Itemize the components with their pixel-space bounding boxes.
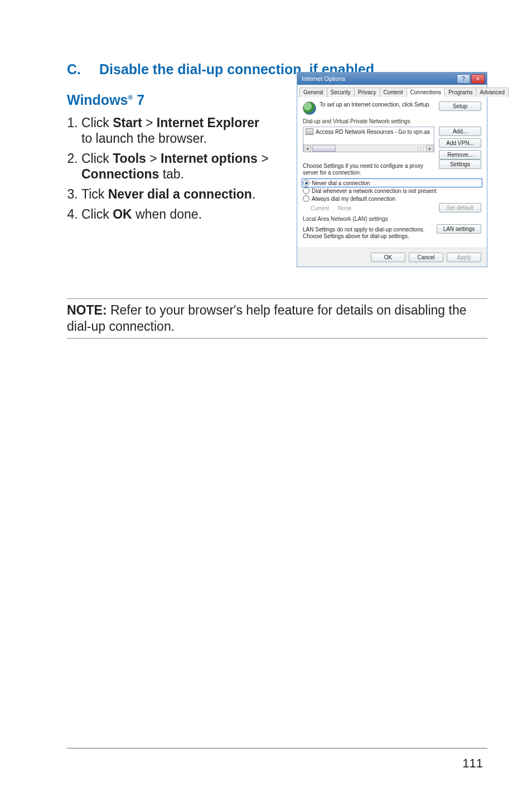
step-2-sep2: > [258,151,269,166]
subheading-prefix: Windows [67,92,128,108]
tab-programs[interactable]: Programs [444,88,476,97]
current-value: None [338,205,351,211]
cancel-button[interactable]: Cancel [409,253,443,262]
tab-security[interactable]: Security [327,88,355,97]
step-4-ok: OK [113,207,132,221]
tab-connections[interactable]: Connections [407,88,446,97]
note-label: NOTE: [67,303,107,317]
subheading-suffix: 7 [133,92,144,108]
horizontal-scrollbar[interactable]: ◂ │││ ▸ [303,144,434,152]
help-button[interactable]: ? [457,74,470,84]
step-3-text: Tick [81,187,108,201]
step-2-sep1: > [146,151,161,166]
lan-settings-button[interactable]: LAN settings [437,224,481,234]
dialog-title: Internet Options [302,75,345,82]
scroll-grip-icon: │││ [417,146,425,151]
tab-content[interactable]: Content [380,88,407,97]
set-default-button: Set default [439,203,481,212]
step-3-never: Never dial a connection [108,187,252,201]
note-block: NOTE: Refer to your browser's help featu… [67,298,487,339]
radio-whenever-label: Dial whenever a network connection is no… [312,188,436,194]
apply-button: Apply [447,253,481,262]
close-button[interactable]: × [471,74,485,84]
proxy-text: Choose Settings if you need to configure… [303,163,434,176]
step-4: Click OK when done. [81,206,287,222]
step-1: Click Start > Internet Explorer to launc… [81,115,287,146]
step-3: Tick Never dial a connection. [81,186,287,202]
radio-icon [303,187,309,194]
step-4-text: Click [81,207,113,221]
current-label: Current [311,205,329,211]
step-2: Click Tools > Internet options > Connect… [81,151,287,182]
list-item[interactable]: Access RD Network Resources - Go to vpn.… [303,127,434,136]
radio-icon [303,180,309,186]
add-button[interactable]: Add... [439,127,481,136]
radio-icon [303,195,309,202]
page-number: 111 [462,756,483,771]
tab-privacy[interactable]: Privacy [354,88,380,97]
step-2-tab: tab. [159,167,184,181]
footer-rule [67,748,487,748]
scroll-left-icon[interactable]: ◂ [303,144,311,152]
tab-advanced[interactable]: Advanced [476,88,508,97]
scroll-right-icon[interactable]: ▸ [426,144,434,152]
step-2-text: Click [81,151,113,166]
add-vpn-button[interactable]: Add VPN... [439,138,481,148]
dialup-section-title: Dial-up and Virtual Private Network sett… [303,118,481,124]
step-1-start: Start [113,115,142,130]
lan-section-title: Local Area Network (LAN) settings [303,216,481,222]
ok-button[interactable]: OK [371,253,405,262]
os-subheading: Windows® 7 [67,92,287,108]
step-2-tools: Tools [113,151,146,166]
note-text: Refer to your browser's help feature for… [67,303,466,334]
lan-text: LAN Settings do not apply to dial-up con… [303,226,432,240]
steps-list: Click Start > Internet Explorer to launc… [67,115,287,222]
step-1-text: Click [81,115,113,130]
step-2-options: Internet options [161,151,258,166]
step-1-ie: Internet Explorer [157,115,259,130]
settings-button[interactable]: Settings [439,160,481,169]
dialog-button-bar: OK Cancel Apply [297,248,487,267]
radio-always-label: Always dial my default connection [312,196,395,202]
step-4-tail: when done. [132,207,202,221]
section-letter: C. [67,61,99,78]
setup-button[interactable]: Setup [439,102,481,111]
radio-never-dial[interactable]: Never dial a connection [303,180,481,186]
globe-icon [303,102,316,115]
radio-always-dial[interactable]: Always dial my default connection [303,195,481,202]
tab-strip: General Security Privacy Content Connect… [297,85,487,97]
scroll-thumb[interactable] [312,145,336,152]
radio-never-label: Never dial a connection [312,180,370,186]
tab-general[interactable]: General [299,88,327,97]
step-3-dot: . [252,187,255,201]
remove-button[interactable]: Remove... [439,150,481,160]
list-item-label: Access RD Network Resources - Go to vpn.… [316,129,430,135]
dialog-titlebar: Internet Options ? × [297,73,487,85]
step-1-sep: > [142,115,157,130]
connections-listbox[interactable]: Access RD Network Resources - Go to vpn.… [303,127,434,152]
internet-options-dialog: Internet Options ? × General Security Pr… [297,72,487,267]
connection-icon [306,128,313,135]
setup-text: To set up an Internet connection, click … [320,102,436,108]
radio-dial-whenever[interactable]: Dial whenever a network connection is no… [303,187,481,194]
step-2-connections: Connections [81,167,159,181]
step-1-tail: to launch the browser. [81,131,287,146]
